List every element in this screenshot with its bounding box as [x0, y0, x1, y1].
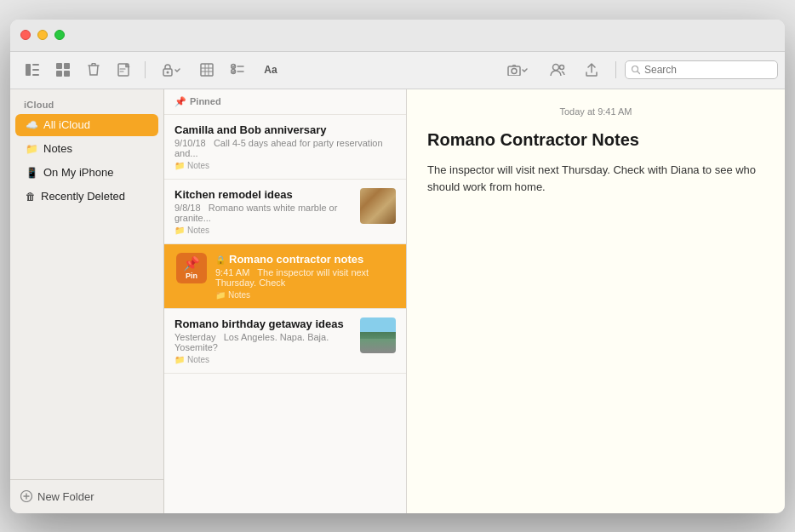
- pin-area: 📌 Pin: [174, 253, 209, 300]
- note-item-3[interactable]: 📌 Pin 🔒 Romano contractor notes 9:41 AM …: [164, 244, 406, 309]
- format-button[interactable]: Aa: [255, 58, 287, 82]
- minimize-button[interactable]: [37, 30, 48, 40]
- note-meta-1: 9/10/18 Call 4-5 days ahead for party re…: [174, 138, 396, 158]
- folder-icon: 📁: [26, 143, 38, 155]
- note-title-2: Kitchen remodel ideas: [174, 188, 353, 201]
- sidebar-footer: New Folder: [10, 479, 163, 513]
- sidebar-item-label: All iCloud: [43, 118, 90, 131]
- toolbar-separator-2: [615, 61, 616, 78]
- note-item-1[interactable]: Camilla and Bob anniversary 9/10/18 Call…: [164, 115, 406, 180]
- note-thumb-4: [360, 317, 396, 353]
- note-content-4: Romano birthday getaway ideas Yesterday …: [174, 317, 353, 364]
- note-meta-3: 9:41 AM The inspector will visit next Th…: [215, 267, 396, 288]
- collaborate-button[interactable]: [544, 58, 571, 82]
- notes-window: Aa: [10, 20, 785, 513]
- landscape-thumbnail: [360, 317, 396, 353]
- note-inner-3: 📌 Pin 🔒 Romano contractor notes 9:41 AM …: [174, 253, 396, 300]
- sidebar-item-on-my-iphone[interactable]: 📱 On My iPhone: [15, 162, 158, 184]
- sidebar-item-label: On My iPhone: [43, 166, 113, 179]
- sidebar-section-icloud: iCloud: [10, 89, 163, 113]
- svg-rect-6: [56, 71, 62, 77]
- pin-badge: 📌 Pin: [176, 253, 207, 283]
- sidebar: iCloud ☁️ All iCloud 📁 Notes 📱 On My iPh…: [10, 89, 164, 513]
- toolbar-right: [496, 58, 778, 82]
- note-title-3: Romano contractor notes: [229, 253, 363, 266]
- note-title-4: Romano birthday getaway ideas: [174, 317, 353, 330]
- note-content-1: Camilla and Bob anniversary 9/10/18 Call…: [174, 123, 396, 170]
- notes-list: 📌 Pinned Camilla and Bob anniversary 9/1…: [164, 89, 407, 513]
- svg-rect-4: [56, 63, 62, 69]
- sidebar-item-recently-deleted[interactable]: 🗑 Recently Deleted: [15, 186, 158, 208]
- delete-button[interactable]: [80, 58, 107, 82]
- detail-body: The inspector will visit next Thursday. …: [427, 162, 764, 197]
- note-content-2: Kitchen remodel ideas 9/8/18 Romano want…: [174, 188, 353, 235]
- sidebar-item-label: Notes: [43, 142, 72, 155]
- maximize-button[interactable]: [54, 30, 65, 40]
- svg-rect-3: [32, 74, 39, 76]
- svg-point-15: [512, 68, 517, 73]
- svg-point-18: [632, 66, 638, 72]
- note-folder-3: 📁 Notes: [215, 290, 396, 300]
- titlebar: [10, 20, 785, 52]
- note-item-2[interactable]: Kitchen remodel ideas 9/8/18 Romano want…: [164, 180, 406, 244]
- note-content-3: 🔒 Romano contractor notes 9:41 AM The in…: [215, 253, 396, 300]
- note-meta-4: Yesterday Los Angeles. Napa. Baja. Yosem…: [174, 332, 353, 352]
- cloud-icon: ☁️: [26, 119, 38, 131]
- note-folder-1: 📁 Notes: [174, 161, 396, 170]
- pinned-header: 📌 Pinned: [164, 89, 406, 115]
- share-button[interactable]: [578, 58, 605, 82]
- sidebar-item-all-icloud[interactable]: ☁️ All iCloud: [15, 114, 158, 136]
- svg-rect-2: [32, 69, 39, 71]
- search-input[interactable]: [644, 64, 772, 76]
- new-folder-label: New Folder: [37, 490, 94, 503]
- note-thumb-2: [360, 188, 396, 224]
- wood-thumbnail: [360, 188, 396, 224]
- new-note-button[interactable]: [111, 58, 138, 82]
- sidebar-item-label: Recently Deleted: [41, 190, 125, 203]
- pinned-label: Pinned: [190, 96, 221, 106]
- svg-point-16: [553, 65, 559, 71]
- svg-point-10: [167, 72, 169, 74]
- svg-point-17: [560, 66, 564, 70]
- sidebar-toggle-button[interactable]: [19, 58, 46, 82]
- note-folder-4: 📁 Notes: [174, 355, 353, 364]
- pin-label: Pin: [186, 272, 197, 280]
- toolbar-separator-1: [145, 61, 146, 78]
- lock-button[interactable]: [152, 58, 190, 82]
- svg-rect-1: [32, 64, 39, 66]
- note-inner-4: Romano birthday getaway ideas Yesterday …: [174, 317, 396, 364]
- iphone-icon: 📱: [26, 167, 38, 179]
- pin-icon-badge: 📌: [183, 255, 200, 272]
- new-folder-button[interactable]: New Folder: [20, 490, 153, 503]
- note-title-1: Camilla and Bob anniversary: [174, 123, 396, 136]
- svg-rect-7: [64, 71, 70, 77]
- pin-icon: 📌: [174, 96, 186, 107]
- svg-rect-0: [26, 64, 31, 76]
- main-content: iCloud ☁️ All iCloud 📁 Notes 📱 On My iPh…: [10, 89, 785, 513]
- note-item-4[interactable]: Romano birthday getaway ideas Yesterday …: [164, 309, 406, 374]
- search-container: [625, 60, 778, 79]
- lock-icon-3: 🔒: [215, 255, 226, 265]
- sidebar-item-notes[interactable]: 📁 Notes: [15, 138, 158, 160]
- svg-rect-11: [201, 64, 213, 76]
- photo-button[interactable]: [498, 58, 537, 82]
- note-inner-2: Kitchen remodel ideas 9/8/18 Romano want…: [174, 188, 396, 235]
- checklist-button[interactable]: [224, 58, 251, 82]
- svg-rect-14: [508, 66, 520, 76]
- svg-rect-5: [64, 63, 70, 69]
- traffic-lights: [20, 30, 65, 40]
- detail-date: Today at 9:41 AM: [427, 106, 764, 117]
- grid-view-button[interactable]: [49, 58, 77, 82]
- toolbar: Aa: [10, 52, 785, 89]
- detail-title: Romano Contractor Notes: [427, 130, 764, 150]
- note-folder-2: 📁 Notes: [174, 226, 353, 235]
- note-meta-2: 9/8/18 Romano wants white marble or gran…: [174, 203, 353, 223]
- close-button[interactable]: [20, 30, 31, 40]
- note-detail: Today at 9:41 AM Romano Contractor Notes…: [407, 89, 785, 513]
- table-button[interactable]: [193, 58, 220, 82]
- trash-icon: 🗑: [26, 191, 36, 203]
